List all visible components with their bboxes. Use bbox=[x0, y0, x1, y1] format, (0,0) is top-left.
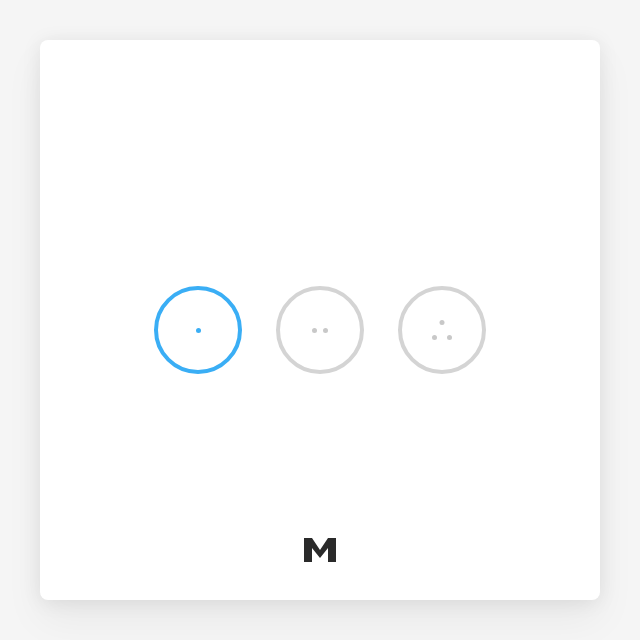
switch-button-3[interactable] bbox=[398, 286, 486, 374]
buttons-row bbox=[154, 286, 486, 374]
switch-button-2[interactable] bbox=[276, 286, 364, 374]
switch-button-1[interactable] bbox=[154, 286, 242, 374]
two-dot-icon bbox=[306, 328, 334, 333]
one-dot-icon bbox=[184, 328, 212, 333]
switch-panel bbox=[40, 40, 600, 600]
three-dot-icon bbox=[430, 320, 454, 340]
brand-logo-icon bbox=[302, 536, 338, 564]
